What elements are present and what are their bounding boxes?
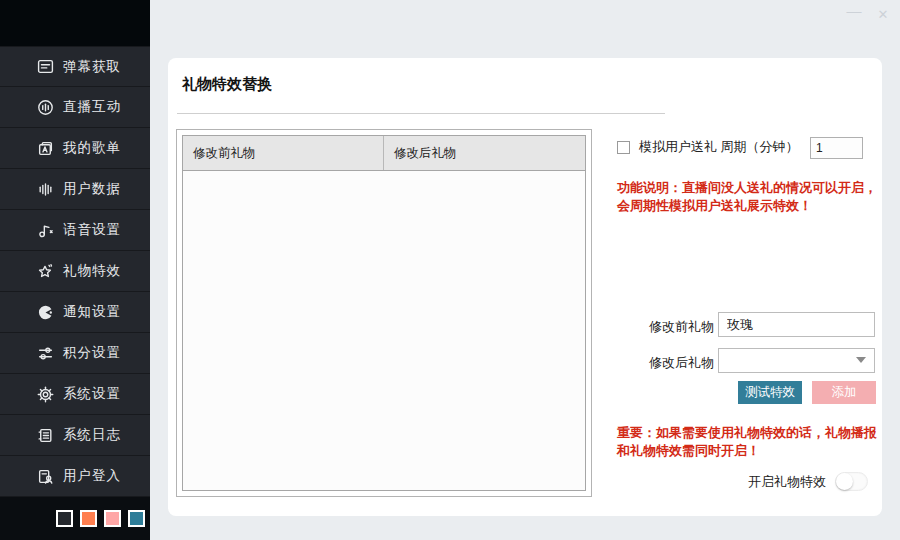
- sidebar-item-label: 礼物特效: [63, 262, 121, 280]
- simulate-gift-label: 模拟用户送礼 周期（分钟）: [639, 138, 799, 156]
- sidebar-item-danmaku[interactable]: 弹幕获取: [0, 46, 150, 87]
- column-header-after: 修改后礼物: [384, 136, 585, 170]
- enable-gift-effect-row: 开启礼物特效: [748, 472, 868, 491]
- user-login-icon: [37, 468, 54, 485]
- sidebar-item-label: 系统日志: [63, 426, 121, 444]
- theme-swatch-bar: [0, 497, 150, 540]
- page-title: 礼物特效替换: [182, 75, 272, 94]
- after-gift-select[interactable]: [718, 348, 875, 373]
- feature-note: 功能说明：直播间没人送礼的情况可以开启， 会周期性模拟用户送礼展示特效！: [617, 179, 895, 215]
- sidebar-item-user-login[interactable]: 用户登入: [0, 456, 150, 497]
- sidebar-item-my-playlist[interactable]: 我的歌单: [0, 128, 150, 169]
- sidebar-item-system-settings[interactable]: 系统设置: [0, 374, 150, 415]
- sidebar-item-gift-effects[interactable]: 礼物特效: [0, 251, 150, 292]
- sidebar-header: [0, 0, 150, 46]
- minimize-button[interactable]: —: [846, 2, 862, 20]
- before-gift-label: 修改前礼物: [614, 318, 714, 336]
- close-button[interactable]: ✕: [875, 6, 891, 24]
- before-gift-input[interactable]: [718, 312, 875, 337]
- sidebar-item-system-log[interactable]: 系统日志: [0, 415, 150, 456]
- gift-table[interactable]: 修改前礼物 修改后礼物: [182, 135, 586, 491]
- sidebar-item-voice-settings[interactable]: 语音设置: [0, 210, 150, 251]
- sidebar-item-label: 系统设置: [63, 385, 121, 403]
- voice-settings-icon: [37, 222, 54, 239]
- sidebar-item-label: 语音设置: [63, 221, 121, 239]
- test-effect-button[interactable]: 测试特效: [738, 381, 802, 404]
- gift-table-header: 修改前礼物 修改后礼物: [183, 136, 585, 171]
- theme-swatch-dark[interactable]: [56, 510, 73, 527]
- gift-table-body[interactable]: [183, 171, 585, 490]
- sidebar-item-notification-settings[interactable]: 通知设置: [0, 292, 150, 333]
- sidebar-item-label: 用户数据: [63, 180, 121, 198]
- playlist-icon: [37, 140, 54, 157]
- enable-gift-effect-toggle[interactable]: [835, 472, 868, 491]
- sidebar-item-label: 积分设置: [63, 344, 121, 362]
- theme-swatch-pink[interactable]: [104, 510, 121, 527]
- add-button[interactable]: 添加: [812, 381, 876, 404]
- danmaku-icon: [37, 58, 54, 75]
- important-note: 重要：如果需要使用礼物特效的话，礼物播报 和礼物特效需同时开启！: [617, 424, 895, 460]
- gift-effects-icon: [37, 263, 54, 280]
- user-data-icon: [37, 181, 54, 198]
- sidebar-item-user-data[interactable]: 用户数据: [0, 169, 150, 210]
- simulate-gift-checkbox[interactable]: [617, 141, 630, 154]
- chevron-down-icon: [856, 357, 866, 363]
- important-note-line2: 和礼物特效需同时开启！: [617, 442, 895, 460]
- title-divider: [177, 113, 665, 114]
- gift-table-container: 修改前礼物 修改后礼物: [176, 129, 592, 497]
- column-header-before: 修改前礼物: [183, 136, 384, 170]
- notification-settings-icon: [37, 304, 54, 321]
- sidebar-item-live-interaction[interactable]: 直播互动: [0, 87, 150, 128]
- sidebar-item-points-settings[interactable]: 积分设置: [0, 333, 150, 374]
- theme-swatch-orange[interactable]: [80, 510, 97, 527]
- feature-note-line1: 功能说明：直播间没人送礼的情况可以开启，: [617, 179, 895, 197]
- app-window: 弹幕获取 直播互动 我的歌单 用户数据: [0, 0, 900, 540]
- live-interaction-icon: [37, 99, 54, 116]
- sidebar-item-label: 直播互动: [63, 98, 121, 116]
- system-settings-icon: [37, 386, 54, 403]
- feature-note-line2: 会周期性模拟用户送礼展示特效！: [617, 197, 895, 215]
- system-log-icon: [37, 427, 54, 444]
- sidebar-item-label: 用户登入: [63, 467, 121, 485]
- sidebar-item-label: 通知设置: [63, 303, 121, 321]
- theme-swatch-teal[interactable]: [128, 510, 145, 527]
- enable-gift-effect-label: 开启礼物特效: [748, 473, 826, 491]
- after-gift-label: 修改后礼物: [614, 354, 714, 372]
- content-area: — ✕ 礼物特效替换 修改前礼物 修改后礼物 模拟用户送礼 周期（分钟）: [150, 0, 900, 540]
- sidebar-item-label: 我的歌单: [63, 139, 121, 157]
- important-note-line1: 重要：如果需要使用礼物特效的话，礼物播报: [617, 424, 895, 442]
- sidebar: 弹幕获取 直播互动 我的歌单 用户数据: [0, 0, 150, 540]
- simulate-gift-row: 模拟用户送礼 周期（分钟）: [617, 138, 799, 156]
- sidebar-item-label: 弹幕获取: [63, 58, 121, 76]
- points-settings-icon: [37, 345, 54, 362]
- toggle-knob: [836, 473, 853, 490]
- sidebar-menu: 弹幕获取 直播互动 我的歌单 用户数据: [0, 46, 150, 497]
- period-minutes-input[interactable]: [810, 137, 863, 159]
- page-card: 礼物特效替换 修改前礼物 修改后礼物 模拟用户送礼 周期（分钟）: [168, 58, 882, 516]
